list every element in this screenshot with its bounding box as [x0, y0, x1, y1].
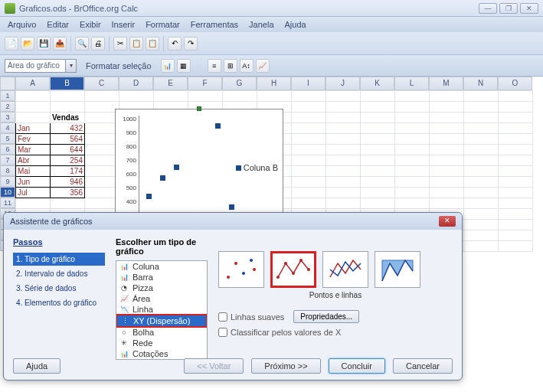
cell[interactable] — [430, 123, 464, 134]
back-button[interactable]: << Voltar — [184, 358, 244, 374]
chart-type-item[interactable]: ○Bolha — [116, 327, 207, 338]
chart-type-item[interactable]: 📈Área — [116, 293, 207, 304]
sort-x-checkbox[interactable]: Classificar pelos valores de X — [218, 328, 453, 337]
col-header-h[interactable]: H — [257, 77, 291, 90]
chart-type-item[interactable]: ◔Pizza — [116, 283, 207, 293]
data-point[interactable] — [174, 165, 179, 170]
data-point[interactable] — [146, 194, 152, 199]
cell[interactable] — [430, 155, 464, 166]
cell[interactable] — [395, 177, 430, 188]
cell[interactable]: 356 — [51, 188, 85, 198]
col-header-o[interactable]: O — [498, 77, 532, 90]
col-header-e[interactable]: E — [153, 77, 188, 90]
cell[interactable] — [326, 91, 361, 102]
cell[interactable]: Jun — [16, 177, 51, 188]
cell[interactable] — [499, 145, 533, 155]
wizard-step-3[interactable]: 3. Série de dados — [13, 282, 105, 295]
cell[interactable] — [395, 134, 430, 145]
minimize-button[interactable]: — — [479, 3, 497, 14]
cell[interactable] — [464, 155, 499, 166]
chart-type-item[interactable]: 📊Barra — [116, 272, 207, 283]
cell[interactable] — [292, 155, 326, 166]
cell[interactable] — [499, 113, 533, 123]
cell[interactable] — [85, 134, 119, 145]
cell[interactable] — [51, 198, 85, 209]
cell[interactable] — [292, 113, 326, 123]
wizard-step-1[interactable]: 1. Tipo de gráfico — [13, 253, 105, 266]
cell[interactable] — [499, 188, 533, 198]
cell[interactable] — [430, 188, 464, 198]
menu-exibir[interactable]: Exibir — [75, 18, 106, 31]
cell[interactable] — [85, 123, 119, 134]
cell[interactable] — [85, 113, 119, 123]
cell[interactable] — [361, 145, 395, 155]
cell[interactable] — [499, 230, 533, 241]
cell[interactable] — [326, 145, 361, 155]
cell[interactable] — [85, 188, 119, 198]
cell[interactable] — [292, 166, 326, 177]
export-icon[interactable]: 📤 — [53, 37, 67, 51]
cell[interactable] — [430, 113, 464, 123]
cell[interactable] — [292, 198, 326, 209]
cell[interactable] — [119, 91, 154, 102]
cut-icon[interactable]: ✂ — [113, 37, 127, 51]
cancel-button[interactable]: Cancelar — [393, 358, 453, 374]
cell[interactable] — [464, 91, 499, 102]
cell[interactable] — [326, 198, 361, 209]
cell[interactable] — [395, 198, 430, 209]
next-button[interactable]: Próximo >> — [251, 358, 320, 374]
wizard-close-button[interactable]: ✕ — [439, 216, 456, 227]
maximize-button[interactable]: ❐ — [499, 3, 518, 14]
cell[interactable] — [430, 166, 464, 177]
cell[interactable] — [326, 113, 361, 123]
cell[interactable] — [464, 177, 499, 188]
chart-type-icon[interactable]: 📊 — [161, 59, 175, 73]
cell[interactable]: Mar — [16, 145, 51, 155]
cell[interactable] — [188, 91, 223, 102]
cell[interactable] — [464, 209, 499, 220]
chart-type-list[interactable]: 📊Coluna📊Barra◔Pizza📈Área📉Linha⋮XY (Dispe… — [116, 260, 208, 360]
cell[interactable] — [464, 220, 499, 230]
col-header-k[interactable]: K — [360, 77, 394, 90]
cell[interactable] — [16, 113, 51, 123]
axis-icon[interactable]: 📈 — [256, 59, 270, 73]
sort-x-input[interactable] — [218, 328, 227, 337]
cell[interactable] — [292, 177, 326, 188]
menu-formatar[interactable]: Formatar — [141, 18, 185, 31]
cell[interactable] — [464, 145, 499, 155]
cell[interactable] — [464, 102, 499, 113]
paste-icon[interactable]: 📋 — [146, 37, 159, 51]
chart-data-icon[interactable]: ▦ — [177, 59, 191, 73]
cell[interactable] — [430, 198, 464, 209]
cell[interactable] — [85, 91, 119, 102]
redo-icon[interactable]: ↷ — [184, 37, 198, 51]
cell[interactable] — [223, 91, 257, 102]
cell[interactable]: 564 — [51, 134, 85, 145]
cell[interactable] — [361, 123, 395, 134]
finish-button[interactable]: Concluir — [329, 358, 385, 374]
smooth-lines-input[interactable] — [218, 312, 227, 322]
cell[interactable] — [292, 145, 326, 155]
cell[interactable] — [499, 209, 533, 220]
col-header-a[interactable]: A — [15, 77, 50, 90]
cell[interactable] — [154, 91, 188, 102]
cell[interactable] — [499, 91, 533, 102]
cell[interactable] — [499, 155, 533, 166]
cell[interactable] — [499, 102, 533, 113]
open-icon[interactable]: 📂 — [21, 37, 34, 51]
cell[interactable] — [85, 102, 119, 113]
cell[interactable] — [361, 166, 395, 177]
embedded-chart[interactable]: 1000900800700600500400300 Coluna B — [115, 109, 283, 227]
smooth-lines-checkbox[interactable]: Linhas suaves Propriedades... — [218, 310, 453, 323]
menu-ajuda[interactable]: Ajuda — [280, 18, 311, 31]
cell[interactable]: Jul — [16, 188, 51, 198]
col-header-b[interactable]: B — [50, 77, 84, 90]
cell[interactable] — [16, 102, 51, 113]
cell[interactable] — [326, 155, 361, 166]
resize-handle-icon[interactable] — [197, 106, 201, 111]
cell[interactable] — [430, 177, 464, 188]
cell[interactable] — [499, 177, 533, 188]
row-header-11[interactable]: 11 — [0, 198, 15, 208]
select-all-corner[interactable] — [0, 77, 15, 90]
row-header-8[interactable]: 8 — [0, 165, 15, 176]
